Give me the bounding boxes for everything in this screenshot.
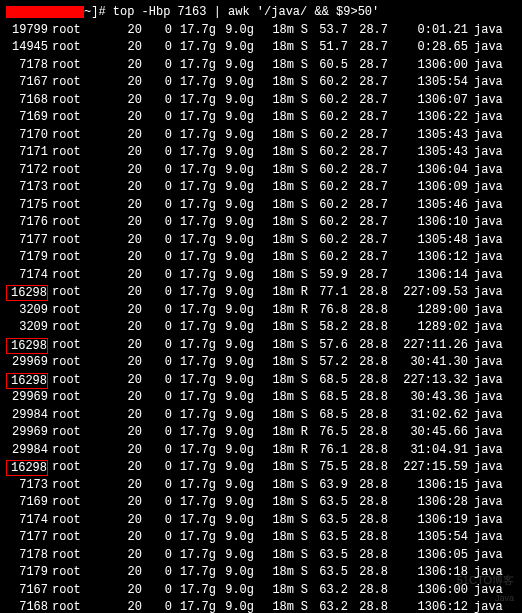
col-virt: 17.7g (172, 57, 216, 75)
process-row: 7172root20017.7g9.0g18mS60.228.71306:04j… (6, 162, 516, 180)
col-virt: 17.7g (172, 407, 216, 425)
col-cpu: 60.2 (308, 144, 348, 162)
col-virt: 17.7g (172, 267, 216, 285)
col-user: root (52, 214, 88, 232)
col-virt: 17.7g (172, 372, 216, 390)
col-time: 1305:48 (388, 232, 468, 250)
col-cmd: java (468, 547, 508, 565)
col-ni: 0 (142, 337, 172, 355)
col-cpu: 51.7 (308, 39, 348, 57)
col-time: 30:43.36 (388, 389, 468, 407)
col-ni: 0 (142, 74, 172, 92)
process-row: 7177root20017.7g9.0g18mS60.228.71305:48j… (6, 232, 516, 250)
command-line: xxxxxxxxx~]# top -Hbp 7163 | awk '/java/… (6, 4, 516, 22)
col-cpu: 76.1 (308, 442, 348, 460)
col-state: S (294, 92, 308, 110)
col-user: root (52, 249, 88, 267)
col-cpu: 63.5 (308, 494, 348, 512)
col-res: 9.0g (216, 442, 254, 460)
col-user: root (52, 372, 88, 390)
col-pr: 20 (88, 477, 142, 495)
col-shr: 18m (254, 547, 294, 565)
col-pid: 14945 (6, 39, 48, 57)
col-mem: 28.8 (348, 442, 388, 460)
col-cpu: 60.2 (308, 232, 348, 250)
process-row: 7179root20017.7g9.0g18mS60.228.71306:12j… (6, 249, 516, 267)
col-ni: 0 (142, 529, 172, 547)
col-pr: 20 (88, 442, 142, 460)
col-mem: 28.8 (348, 547, 388, 565)
col-pr: 20 (88, 547, 142, 565)
col-user: root (52, 512, 88, 530)
process-row: 7168root20017.7g9.0g18mS60.228.71306:07j… (6, 92, 516, 110)
col-time: 1289:00 (388, 302, 468, 320)
col-pr: 20 (88, 424, 142, 442)
col-cmd: java (468, 442, 508, 460)
col-pr: 20 (88, 354, 142, 372)
col-mem: 28.8 (348, 354, 388, 372)
col-virt: 17.7g (172, 389, 216, 407)
col-shr: 18m (254, 109, 294, 127)
col-cmd: java (468, 127, 508, 145)
col-cpu: 53.7 (308, 22, 348, 40)
col-virt: 17.7g (172, 582, 216, 600)
col-cmd: java (468, 564, 508, 582)
col-ni: 0 (142, 232, 172, 250)
col-virt: 17.7g (172, 599, 216, 613)
col-ni: 0 (142, 162, 172, 180)
col-virt: 17.7g (172, 92, 216, 110)
col-state: S (294, 179, 308, 197)
col-user: root (52, 477, 88, 495)
col-res: 9.0g (216, 162, 254, 180)
col-user: root (52, 389, 88, 407)
process-row: 16298root20017.7g9.0g18mR77.128.8227:09.… (6, 284, 516, 302)
col-mem: 28.7 (348, 74, 388, 92)
col-pr: 20 (88, 459, 142, 477)
col-cmd: java (468, 249, 508, 267)
col-res: 9.0g (216, 599, 254, 613)
col-mem: 28.7 (348, 214, 388, 232)
col-mem: 28.8 (348, 529, 388, 547)
col-pr: 20 (88, 512, 142, 530)
col-pid: 7168 (6, 599, 48, 613)
col-state: R (294, 442, 308, 460)
col-mem: 28.7 (348, 39, 388, 57)
col-user: root (52, 547, 88, 565)
process-row: 29969root20017.7g9.0g18mR76.528.830:45.6… (6, 424, 516, 442)
col-cpu: 60.2 (308, 162, 348, 180)
redacted-hostname: xxxxxxxxx (6, 6, 84, 18)
col-time: 1289:02 (388, 319, 468, 337)
col-shr: 18m (254, 494, 294, 512)
col-shr: 18m (254, 74, 294, 92)
col-shr: 18m (254, 144, 294, 162)
col-state: S (294, 389, 308, 407)
process-row: 7170root20017.7g9.0g18mS60.228.71305:43j… (6, 127, 516, 145)
col-cpu: 76.8 (308, 302, 348, 320)
col-cmd: java (468, 144, 508, 162)
col-cpu: 60.2 (308, 214, 348, 232)
col-time: 1306:22 (388, 109, 468, 127)
process-row: 7175root20017.7g9.0g18mS60.228.71305:46j… (6, 197, 516, 215)
col-cpu: 63.5 (308, 547, 348, 565)
col-mem: 28.7 (348, 127, 388, 145)
col-mem: 28.8 (348, 477, 388, 495)
col-mem: 28.8 (348, 337, 388, 355)
col-shr: 18m (254, 249, 294, 267)
col-time: 30:41.30 (388, 354, 468, 372)
col-pid: 16298 (6, 460, 48, 476)
col-ni: 0 (142, 57, 172, 75)
col-res: 9.0g (216, 249, 254, 267)
col-mem: 28.7 (348, 267, 388, 285)
process-row: 14945root20017.7g9.0g18mS51.728.70:28.65… (6, 39, 516, 57)
col-pid: 16298 (6, 373, 48, 389)
col-pr: 20 (88, 494, 142, 512)
col-time: 31:04.91 (388, 442, 468, 460)
col-pid: 29969 (6, 389, 48, 407)
process-row: 7173root20017.7g9.0g18mS63.928.81306:15j… (6, 477, 516, 495)
col-virt: 17.7g (172, 232, 216, 250)
col-ni: 0 (142, 197, 172, 215)
col-shr: 18m (254, 92, 294, 110)
process-row: 7177root20017.7g9.0g18mS63.528.81305:54j… (6, 529, 516, 547)
col-state: S (294, 39, 308, 57)
col-time: 1306:14 (388, 267, 468, 285)
